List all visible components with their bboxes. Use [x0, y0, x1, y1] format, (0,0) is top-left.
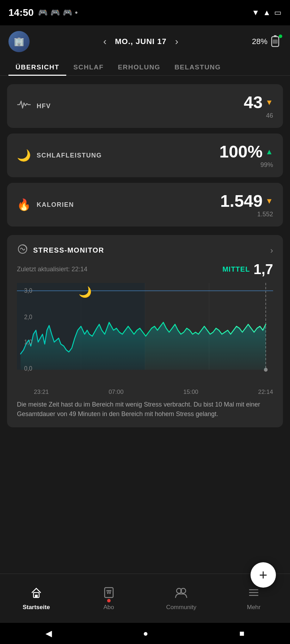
system-navigation-bar: ◀ ● ■ [0, 623, 290, 644]
avatar[interactable]: 🏢 [8, 31, 30, 52]
schlafleistung-value: 100% [219, 142, 263, 161]
tab-ubersicht[interactable]: ÜBERSICHT [8, 59, 66, 75]
mehr-icon [247, 586, 260, 602]
kalorien-trend-icon: ▼ [265, 197, 273, 206]
current-date: MO., JUNI 17 [115, 37, 166, 46]
stress-level-value: 1,7 [253, 261, 273, 277]
stress-level-display: MITTEL 1,7 [222, 261, 273, 277]
bottom-navigation: Startseite W Abo Community [0, 574, 290, 623]
schlafleistung-trend-icon: ▲ [265, 147, 273, 156]
status-system-icons: ▼ ▲ ▭ [252, 8, 282, 17]
bottom-spacer [0, 436, 290, 506]
stress-chart-svg: 3,0 2,0 1,0 0,0 [17, 283, 273, 382]
nav-item-mehr[interactable]: Mehr [217, 586, 290, 611]
x-label-end: 22:14 [258, 389, 273, 396]
abo-icon: W [103, 586, 115, 602]
hfv-label: HFV [37, 103, 51, 110]
hfv-icon [17, 99, 31, 113]
svg-rect-2 [273, 39, 278, 44]
schlafleistung-card-right: 100% ▲ 99% [219, 142, 273, 169]
kalorien-card[interactable]: 🔥 KALORIEN 1.549 ▼ 1.552 [7, 183, 283, 227]
stress-monitor-title: STRESS-MONITOR [33, 246, 104, 254]
stress-last-updated: Zuletzt aktualisiert: 22:14 [17, 266, 87, 273]
schlafleistung-icon: 🌙 [17, 149, 31, 162]
kalorien-card-left: 🔥 KALORIEN [17, 198, 74, 211]
fab-button[interactable]: + [251, 562, 276, 588]
app-icon-2: 🎮 [50, 8, 60, 17]
device-icon [270, 35, 282, 48]
tab-schlaf[interactable]: SCHLAF [66, 59, 111, 75]
nav-item-abo[interactable]: W Abo [73, 586, 145, 611]
hfv-card[interactable]: HFV 43 ▼ 46 [7, 84, 283, 128]
nav-item-community[interactable]: Community [145, 586, 218, 611]
clock: 14:50 [8, 7, 34, 18]
stress-monitor-icon [17, 243, 28, 257]
app-content: 🏢 ‹ MO., JUNI 17 › 28% ÜBERSICHT SCHLAF [0, 25, 290, 644]
hfv-trend-icon: ▼ [265, 98, 273, 107]
status-bar: 14:50 🎮 🎮 🎮 • ▼ ▲ ▭ [0, 0, 290, 25]
kalorien-value-row: 1.549 ▼ [220, 191, 273, 211]
stress-meta: Zuletzt aktualisiert: 22:14 MITTEL 1,7 [17, 261, 273, 277]
nav-label-mehr: Mehr [247, 604, 261, 611]
tab-bar: ÜBERSICHT SCHLAF ERHOLUNG BELASTUNG [0, 52, 290, 76]
svg-text:3,0: 3,0 [24, 287, 32, 294]
battery-icon: ▭ [274, 8, 282, 17]
sleep-indicator: 🌙 [79, 286, 92, 298]
hfv-prev-value: 46 [244, 112, 273, 119]
hfv-value: 43 [244, 93, 263, 112]
schlafleistung-card[interactable]: 🌙 SCHLAFLEISTUNG 100% ▲ 99% [7, 134, 283, 177]
nav-label-abo: Abo [104, 604, 114, 611]
stress-monitor-chevron[interactable]: › [270, 246, 273, 255]
battery-percent: 28% [252, 37, 267, 46]
schlafleistung-card-left: 🌙 SCHLAFLEISTUNG [17, 149, 102, 162]
x-label-start: 23:21 [34, 389, 49, 396]
recents-button[interactable]: ■ [239, 628, 245, 638]
kalorien-icon: 🔥 [17, 198, 31, 211]
stress-monitor-card: STRESS-MONITOR › Zuletzt aktualisiert: 2… [7, 235, 283, 427]
svg-text:2,0: 2,0 [24, 313, 32, 321]
kalorien-value: 1.549 [220, 191, 263, 211]
app-icon-1: 🎮 [38, 8, 48, 17]
nav-label-startseite: Startseite [23, 604, 50, 611]
avatar-image: 🏢 [14, 37, 24, 47]
header: 🏢 ‹ MO., JUNI 17 › 28% [0, 25, 290, 52]
wifi-icon: ▼ [252, 8, 259, 17]
stress-title-row: STRESS-MONITOR [17, 243, 104, 257]
home-icon [30, 586, 43, 602]
prev-date-button[interactable]: ‹ [100, 35, 109, 49]
nav-label-community: Community [166, 604, 196, 611]
community-icon [174, 586, 188, 602]
x-label-morning: 07:00 [109, 389, 124, 396]
battery-info: 28% [252, 35, 282, 48]
next-date-button[interactable]: › [172, 35, 181, 49]
tab-erholung[interactable]: ERHOLUNG [111, 59, 167, 75]
svg-text:1,0: 1,0 [24, 338, 32, 346]
stress-level-label: MITTEL [222, 265, 250, 273]
hfv-card-left: HFV [17, 99, 51, 113]
back-button[interactable]: ◀ [45, 628, 52, 638]
svg-text:0,0: 0,0 [24, 365, 32, 372]
notification-dot: • [75, 8, 78, 17]
device-status-dot [279, 35, 282, 38]
schlafleistung-prev-value: 99% [219, 161, 273, 169]
schlafleistung-label: SCHLAFLEISTUNG [37, 152, 102, 159]
kalorien-card-right: 1.549 ▼ 1.552 [220, 191, 273, 218]
stress-header: STRESS-MONITOR › [17, 243, 273, 257]
schlafleistung-value-row: 100% ▲ [219, 142, 273, 161]
status-app-icons: 🎮 🎮 🎮 • [38, 8, 78, 17]
x-label-afternoon: 15:00 [183, 389, 198, 396]
svg-rect-18 [35, 595, 38, 597]
kalorien-prev-value: 1.552 [220, 211, 273, 218]
home-button[interactable]: ● [143, 628, 148, 638]
hfv-card-right: 43 ▼ 46 [244, 93, 273, 119]
metrics-section: HFV 43 ▼ 46 🌙 SCHLAFLEISTUNG 100% ▲ [0, 76, 290, 235]
signal-icon: ▲ [263, 8, 271, 17]
date-navigation: ‹ MO., JUNI 17 › [100, 35, 181, 49]
hfv-value-row: 43 ▼ [244, 93, 273, 112]
status-time-area: 14:50 🎮 🎮 🎮 • [8, 7, 78, 18]
kalorien-label: KALORIEN [37, 201, 74, 209]
stress-description: Die meiste Zeit hast du im Bereich mit w… [17, 400, 273, 419]
nav-item-startseite[interactable]: Startseite [0, 586, 73, 611]
tab-belastung[interactable]: BELASTUNG [167, 59, 228, 75]
svg-rect-1 [274, 35, 277, 37]
